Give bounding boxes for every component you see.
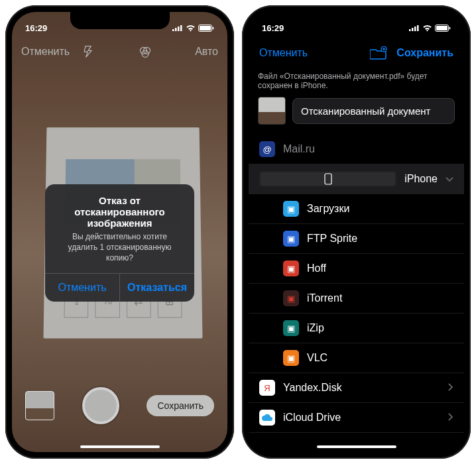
- status-indicators: [172, 25, 214, 32]
- folder-icon: ▣: [283, 201, 299, 217]
- svg-rect-2: [178, 27, 180, 31]
- save-info-text: Файл «Отсканированный документ.pdf» буде…: [258, 72, 455, 90]
- files-nav-bar: Отменить Сохранить: [249, 38, 464, 68]
- chevron-right-icon: [448, 382, 453, 394]
- save-info: Файл «Отсканированный документ.pdf» буде…: [258, 72, 455, 125]
- svg-rect-16: [449, 27, 451, 29]
- status-time: 16:29: [25, 23, 47, 33]
- folder-row[interactable]: ▣ VLC: [249, 343, 464, 373]
- svg-rect-18: [325, 174, 331, 184]
- iphone-icon: [259, 171, 396, 187]
- location-icloud[interactable]: iCloud Drive: [249, 403, 464, 433]
- folder-label: Загрузки: [307, 203, 349, 215]
- alert-cancel-button[interactable]: Отменить: [45, 274, 119, 302]
- location-mail[interactable]: @ Mail.ru: [249, 135, 464, 164]
- svg-rect-11: [412, 28, 414, 31]
- folder-icon: ▣: [283, 350, 299, 366]
- signal-icon: [409, 25, 420, 31]
- battery-icon: [198, 25, 214, 32]
- svg-rect-13: [417, 25, 419, 31]
- folder-icon: ▣: [283, 290, 299, 306]
- location-iphone[interactable]: iPhone: [249, 164, 464, 194]
- location-label: Mail.ru: [283, 143, 315, 155]
- cancel-button[interactable]: Отменить: [259, 47, 308, 59]
- folder-icon: ▣: [283, 261, 299, 276]
- document-thumbnail: [258, 97, 286, 125]
- folder-row[interactable]: ▣ FTP Sprite: [249, 224, 464, 254]
- svg-rect-15: [436, 26, 447, 30]
- status-indicators: [409, 25, 451, 32]
- alert-discard-button[interactable]: Отказаться: [119, 274, 194, 302]
- notch: [70, 12, 170, 29]
- location-label: iPhone: [404, 173, 438, 185]
- wifi-icon: [422, 25, 432, 32]
- battery-icon: [435, 25, 451, 32]
- home-indicator[interactable]: [317, 445, 396, 448]
- location-label: Yandex.Disk: [283, 382, 342, 394]
- svg-rect-0: [172, 29, 174, 31]
- signal-icon: [172, 25, 183, 31]
- notch: [307, 12, 406, 29]
- folder-icon: ▣: [283, 320, 299, 336]
- folder-label: Hoff: [307, 262, 326, 274]
- chevron-down-icon: [446, 173, 453, 185]
- alert-title: Отказ от отсканированного изображения: [45, 184, 194, 231]
- folder-label: iZip: [307, 322, 324, 334]
- yandex-icon: Я: [259, 380, 275, 396]
- status-time: 16:29: [262, 23, 284, 33]
- svg-rect-12: [414, 27, 416, 31]
- folder-icon: ▣: [283, 231, 299, 247]
- locations-list[interactable]: @ Mail.ru iPhone ▣ Загрузки ▣ FTP Sprite: [249, 135, 464, 452]
- folder-row[interactable]: ▣ Загрузки: [249, 194, 464, 224]
- wifi-icon: [186, 25, 196, 32]
- filename-input[interactable]: [292, 98, 455, 124]
- svg-rect-5: [200, 26, 211, 30]
- location-label: iCloud Drive: [283, 412, 341, 424]
- home-indicator[interactable]: [80, 445, 160, 448]
- location-yandex[interactable]: Я Yandex.Disk: [249, 373, 464, 403]
- svg-rect-6: [213, 27, 214, 29]
- svg-rect-3: [180, 25, 182, 31]
- svg-rect-1: [175, 28, 177, 31]
- folder-label: VLC: [307, 352, 327, 364]
- discard-alert: Отказ от отсканированного изображения Вы…: [45, 184, 194, 302]
- folder-label: iTorrent: [307, 292, 342, 304]
- phone-frame-right: 16:29 Отменить Сохранить Файл «Отсканиро…: [242, 5, 471, 459]
- folder-row[interactable]: ▣ iTorrent: [249, 284, 464, 314]
- folder-row[interactable]: ▣ Hoff: [249, 254, 464, 284]
- icloud-icon: [259, 410, 275, 426]
- screen: 16:29 ⇪%⇄⊞ Отменить Авто: [12, 12, 227, 452]
- mail-icon: @: [259, 141, 275, 157]
- phone-frame-left: 16:29 ⇪%⇄⊞ Отменить Авто: [5, 5, 234, 459]
- alert-message: Вы действительно хотите удалить 1 отскан…: [45, 231, 194, 273]
- folder-row[interactable]: ▣ iZip: [249, 314, 464, 343]
- new-folder-icon[interactable]: [370, 46, 387, 60]
- folder-label: FTP Sprite: [307, 233, 357, 245]
- save-button[interactable]: Сохранить: [396, 47, 453, 59]
- svg-rect-10: [409, 29, 411, 31]
- chevron-right-icon: [448, 412, 453, 424]
- screen: 16:29 Отменить Сохранить Файл «Отсканиро…: [249, 12, 464, 452]
